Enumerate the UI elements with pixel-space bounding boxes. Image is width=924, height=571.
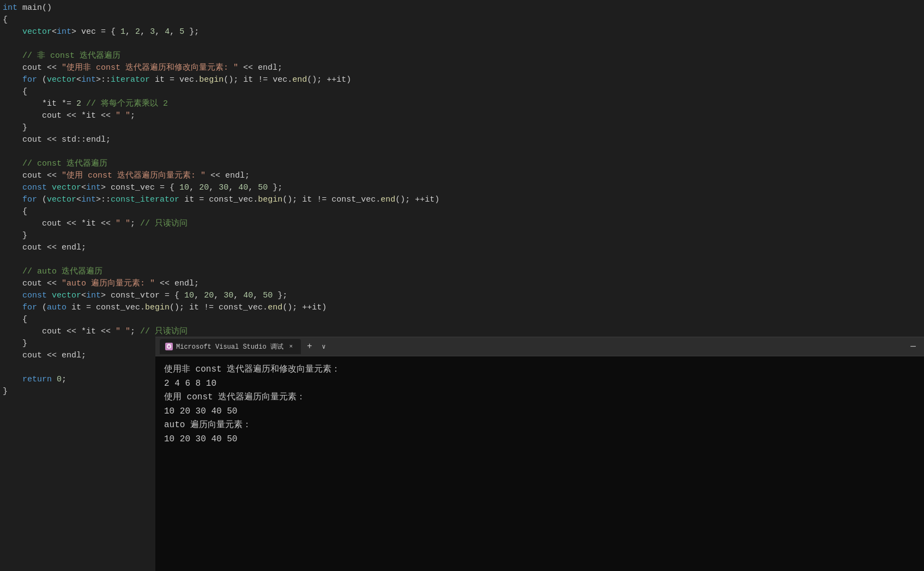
- code-line: {: [0, 86, 924, 98]
- line-content: const vector<int> const_vec = { 10, 20, …: [0, 182, 924, 194]
- code-line: for (auto it = const_vec.begin(); it != …: [0, 302, 924, 314]
- code-line: cout << std::endl;: [0, 134, 924, 146]
- code-line: int main(): [0, 2, 924, 14]
- line-content: [0, 254, 924, 266]
- code-line: cout << "使用非 const 迭代器遍历和修改向量元素: " << en…: [0, 62, 924, 74]
- code-line: cout << *it << " "; // 只读访问: [0, 218, 924, 230]
- terminal-tab-label: Microsoft Visual Studio 调试: [176, 342, 283, 351]
- code-line: [0, 254, 924, 266]
- line-content: *it *= 2 // 将每个元素乘以 2: [0, 98, 924, 110]
- line-content: cout << "auto 遍历向量元素: " << endl;: [0, 278, 924, 290]
- terminal-tab-vs[interactable]: Microsoft Visual Studio 调试 ×: [160, 339, 301, 354]
- line-content: [0, 146, 924, 158]
- code-line: // 非 const 迭代器遍历: [0, 50, 924, 62]
- line-content: {: [0, 14, 924, 26]
- line-content: {: [0, 206, 924, 218]
- line-content: cout << std::endl;: [0, 134, 924, 146]
- line-content: }: [0, 122, 924, 134]
- terminal-output-line: 10 20 30 40 50: [164, 433, 915, 447]
- code-line: {: [0, 206, 924, 218]
- terminal-body: 使用非 const 迭代器遍历和修改向量元素：2 4 6 8 10使用 cons…: [155, 356, 924, 571]
- code-line: cout << *it << " "; // 只读访问: [0, 326, 924, 338]
- code-line: const vector<int> const_vec = { 10, 20, …: [0, 182, 924, 194]
- tab-add-button[interactable]: +: [303, 340, 316, 353]
- line-content: // 非 const 迭代器遍历: [0, 50, 924, 62]
- line-content: cout << "使用非 const 迭代器遍历和修改向量元素: " << en…: [0, 62, 924, 74]
- code-line: vector<int> vec = { 1, 2, 3, 4, 5 };: [0, 26, 924, 38]
- line-content: // auto 迭代器遍历: [0, 266, 924, 278]
- line-content: const vector<int> const_vtor = { 10, 20,…: [0, 290, 924, 302]
- tab-close-button[interactable]: ×: [287, 342, 295, 351]
- terminal-output-line: 10 20 30 40 50: [164, 405, 915, 419]
- code-line: {: [0, 314, 924, 326]
- line-content: cout << *it << " "; // 只读访问: [0, 326, 924, 338]
- line-content: cout << *it << " "; // 只读访问: [0, 218, 924, 230]
- code-line: }: [0, 230, 924, 242]
- terminal-output-line: auto 遍历向量元素：: [164, 418, 915, 433]
- line-content: vector<int> vec = { 1, 2, 3, 4, 5 };: [0, 26, 924, 38]
- code-line: [0, 38, 924, 50]
- code-line: cout << *it << " ";: [0, 110, 924, 122]
- line-content: for (vector<int>::const_iterator it = co…: [0, 194, 924, 206]
- line-content: for (auto it = const_vec.begin(); it != …: [0, 302, 924, 314]
- line-content: }: [0, 230, 924, 242]
- line-content: cout << "使用 const 迭代器遍历向量元素: " << endl;: [0, 170, 924, 182]
- code-line: const vector<int> const_vtor = { 10, 20,…: [0, 290, 924, 302]
- code-line: cout << "使用 const 迭代器遍历向量元素: " << endl;: [0, 170, 924, 182]
- line-content: cout << *it << " ";: [0, 110, 924, 122]
- terminal-output-line: 使用非 const 迭代器遍历和修改向量元素：: [164, 363, 915, 377]
- tab-dropdown-button[interactable]: ∨: [318, 341, 329, 352]
- line-content: cout << endl;: [0, 242, 924, 254]
- code-line: cout << endl;: [0, 242, 924, 254]
- line-content: [0, 38, 924, 50]
- code-line: for (vector<int>::const_iterator it = co…: [0, 194, 924, 206]
- code-line: for (vector<int>::iterator it = vec.begi…: [0, 74, 924, 86]
- vs-debug-icon: [165, 343, 173, 350]
- code-line: // auto 迭代器遍历: [0, 266, 924, 278]
- terminal-minimize-button[interactable]: —: [907, 340, 920, 353]
- code-line: // const 迭代器遍历: [0, 158, 924, 170]
- code-line: cout << "auto 遍历向量元素: " << endl;: [0, 278, 924, 290]
- line-content: {: [0, 314, 924, 326]
- terminal-panel: Microsoft Visual Studio 调试 × + ∨ — 使用非 c…: [155, 337, 924, 571]
- code-line: [0, 146, 924, 158]
- terminal-output-line: 使用 const 迭代器遍历向量元素：: [164, 391, 915, 405]
- line-content: int main(): [0, 2, 924, 14]
- code-line: *it *= 2 // 将每个元素乘以 2: [0, 98, 924, 110]
- line-content: // const 迭代器遍历: [0, 158, 924, 170]
- terminal-tabs: Microsoft Visual Studio 调试 × + ∨ —: [155, 337, 924, 356]
- line-content: {: [0, 86, 924, 98]
- code-line: }: [0, 122, 924, 134]
- line-content: for (vector<int>::iterator it = vec.begi…: [0, 74, 924, 86]
- code-line: {: [0, 14, 924, 26]
- terminal-output-line: 2 4 6 8 10: [164, 377, 915, 391]
